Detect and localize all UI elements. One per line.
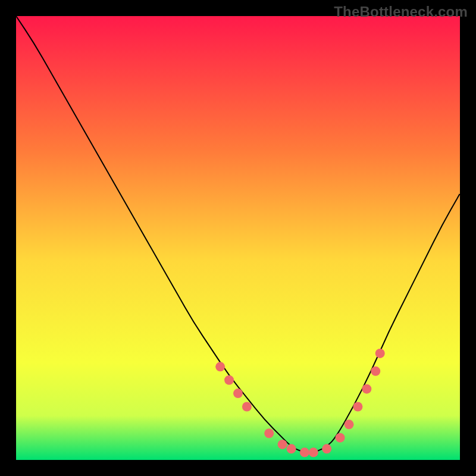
highlight-dot [309, 447, 318, 457]
highlight-dot [242, 402, 252, 411]
chart-frame: TheBottleneck.com [0, 0, 476, 476]
highlight-dot [233, 389, 243, 398]
plot-area [16, 16, 460, 460]
watermark-text: TheBottleneck.com [334, 4, 468, 20]
highlight-dot [345, 419, 354, 429]
highlight-dot [300, 447, 309, 457]
highlight-dot [264, 428, 274, 438]
chart-svg [16, 16, 460, 460]
highlight-dot [362, 384, 371, 394]
highlight-dot [336, 433, 345, 443]
highlight-dot [278, 440, 287, 449]
highlight-dot [371, 367, 380, 376]
highlight-dot [215, 362, 225, 371]
highlight-dot [322, 444, 331, 453]
highlight-dot [287, 444, 296, 453]
highlight-dot [224, 375, 234, 385]
highlight-dot [353, 402, 362, 411]
highlight-dot [375, 349, 385, 358]
